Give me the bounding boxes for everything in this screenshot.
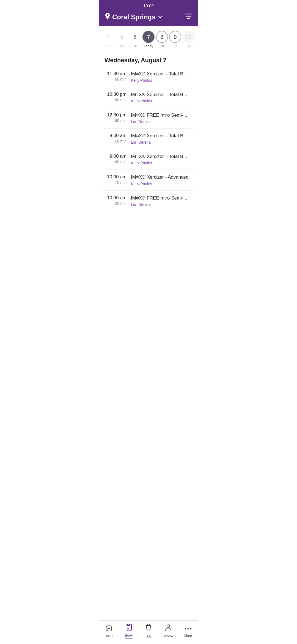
date-label-today: Today [144, 44, 153, 48]
date-number-10: 10 [183, 31, 195, 43]
schedule-item-1[interactable]: 12:30 pm 60 min IM=X® Xercizer – Total B… [103, 87, 194, 108]
class-col-0: IM=X® Xercizer – Total B... Kelly Poulos [131, 71, 193, 83]
date-label-sa: Sa [186, 44, 191, 48]
class-name-4: IM=X® Xercizer – Total B... [131, 154, 193, 160]
time-main-0: 11:30 am [105, 71, 127, 77]
class-col-5: IM=X® Xercizer - Advanced Kelly Poulos [131, 174, 193, 186]
date-label-fr: Fr [174, 44, 177, 48]
date-label-su: Su [106, 44, 111, 48]
schedule-list: 11:30 am 60 min IM=X® Xercizer – Total B… [99, 67, 198, 211]
time-main-6: 10:00 am [105, 195, 127, 201]
schedule-item-5[interactable]: 10:00 am 75 min IM=X® Xercizer - Advance… [103, 170, 194, 190]
date-number-4: 4 [102, 31, 114, 43]
date-number-7: 7 [142, 31, 155, 43]
schedule-item-0[interactable]: 11:30 am 60 min IM=X® Xercizer – Total B… [103, 67, 194, 87]
date-item-sat[interactable]: 10 Sa [183, 31, 195, 48]
location-name: Coral Springs [112, 13, 155, 21]
schedule-item-6[interactable]: 10:00 am 60 min IM=X® FREE Intro Semi-..… [103, 191, 194, 211]
status-time: 10:09 [143, 3, 154, 8]
class-name-5: IM=X® Xercizer - Advanced [131, 174, 193, 180]
schedule-item-2[interactable]: 12:30 pm 60 min IM=X® FREE Intro Semi-..… [103, 108, 194, 129]
time-main-2: 12:30 pm [105, 112, 127, 118]
class-col-4: IM=X® Xercizer – Total B... Kelly Poulos [131, 154, 193, 165]
time-duration-0: 60 min [105, 77, 127, 81]
time-col-3: 8:00 am 60 min [105, 133, 127, 143]
date-item-mon[interactable]: 5 Mo [116, 31, 128, 48]
class-name-2: IM=X® FREE Intro Semi-... [131, 112, 193, 118]
class-instructor-6: Lori Derella [131, 202, 193, 207]
schedule-item-3[interactable]: 8:00 am 60 min IM=X® Xercizer – Total B.… [103, 129, 194, 149]
date-number-8: 8 [156, 31, 168, 43]
time-col-0: 11:30 am 60 min [105, 71, 127, 81]
location-selector[interactable]: Coral Springs [105, 13, 163, 21]
class-col-3: IM=X® Xercizer – Total B... Lori Derella [131, 133, 193, 144]
class-instructor-0: Kelly Poulos [131, 78, 193, 83]
date-number-9: 9 [169, 31, 181, 43]
time-col-4: 9:00 am 60 min [105, 154, 127, 164]
class-instructor-5: Kelly Poulos [131, 182, 193, 186]
time-main-4: 9:00 am [105, 154, 127, 159]
time-duration-4: 60 min [105, 160, 127, 164]
date-item-sun[interactable]: 4 Su [102, 31, 114, 48]
class-name-0: IM=X® Xercizer – Total B... [131, 71, 193, 77]
date-item-today[interactable]: 7 Today [142, 31, 155, 48]
time-main-1: 12:30 pm [105, 92, 127, 97]
time-col-2: 12:30 pm 60 min [105, 112, 127, 123]
date-item-tue[interactable]: 6 Tu [129, 31, 141, 48]
chevron-down-icon [158, 14, 163, 20]
class-instructor-4: Kelly Poulos [131, 161, 193, 165]
class-name-1: IM=X® Xercizer – Total B... [131, 92, 193, 98]
location-pin-icon [105, 13, 111, 21]
time-duration-3: 60 min [105, 139, 127, 143]
class-name-6: IM=X® FREE Intro Semi-... [131, 195, 193, 201]
date-label-tu: Tu [133, 44, 137, 48]
time-duration-5: 75 min [105, 180, 127, 185]
time-main-3: 8:00 am [105, 133, 127, 138]
class-instructor-3: Lori Derella [131, 140, 193, 144]
time-duration-2: 60 min [105, 118, 127, 123]
time-duration-6: 60 min [105, 201, 127, 206]
day-heading: Wednesday, August 7 [99, 51, 198, 67]
date-label-th: Th [160, 44, 164, 48]
class-col-2: IM=X® FREE Intro Semi-... Lori Derella [131, 112, 193, 124]
schedule-item-4[interactable]: 9:00 am 60 min IM=X® Xercizer – Total B.… [103, 149, 194, 170]
time-col-5: 10:00 am 75 min [105, 174, 127, 185]
status-bar: 10:09 [99, 0, 198, 10]
time-main-5: 10:00 am [105, 174, 127, 180]
date-item-thu[interactable]: 8 Th [156, 31, 168, 48]
date-label-mo: Mo [119, 44, 124, 48]
date-selector: 4 Su 5 Mo 6 Tu 7 Today 8 Th 9 Fr 10 Sa [99, 26, 198, 51]
class-instructor-2: Lori Derella [131, 119, 193, 124]
filter-icon[interactable] [185, 13, 193, 21]
class-instructor-1: Kelly Poulos [131, 99, 193, 103]
date-number-5: 5 [116, 31, 128, 43]
time-duration-1: 60 min [105, 98, 127, 102]
class-col-1: IM=X® Xercizer – Total B... Kelly Poulos [131, 92, 193, 103]
time-col-6: 10:00 am 60 min [105, 195, 127, 206]
class-col-6: IM=X® FREE Intro Semi-... Lori Derella [131, 195, 193, 207]
time-col-1: 12:30 pm 60 min [105, 92, 127, 102]
class-name-3: IM=X® Xercizer – Total B... [131, 133, 193, 139]
app-header: Coral Springs [99, 10, 198, 26]
date-item-fri[interactable]: 9 Fr [169, 31, 181, 48]
date-number-6: 6 [129, 31, 141, 43]
